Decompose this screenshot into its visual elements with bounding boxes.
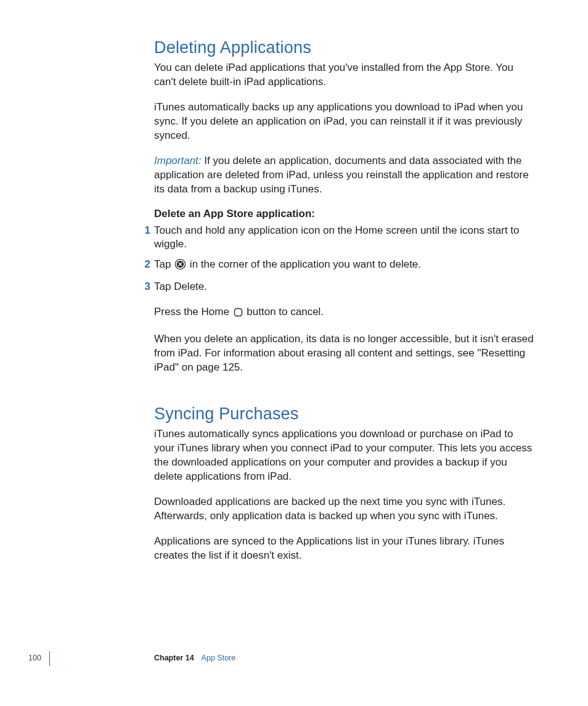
- important-label: Important:: [154, 155, 202, 166]
- steps-list: 1 Touch and hold any application icon on…: [154, 224, 536, 295]
- important-text: If you delete an application, documents …: [154, 155, 529, 195]
- chapter-label: Chapter 14: [154, 654, 194, 662]
- page-content: Deleting Applications You can delete iPa…: [154, 38, 536, 563]
- chapter-title: App Store: [202, 654, 236, 662]
- heading-syncing-purchases: Syncing Purchases: [154, 404, 536, 424]
- body-paragraph: iTunes automatically backs up any applic…: [154, 101, 536, 143]
- body-paragraph: Downloaded applications are backed up th…: [154, 495, 536, 523]
- heading-deleting-applications: Deleting Applications: [154, 38, 536, 57]
- step-text: Tap Delete.: [154, 281, 207, 292]
- step-text: Tap: [154, 258, 174, 270]
- svg-rect-2: [234, 309, 242, 316]
- body-paragraph: When you delete an application, its data…: [154, 332, 536, 375]
- body-paragraph: iTunes automatically syncs applications …: [154, 427, 536, 484]
- step-number: 1: [139, 224, 150, 238]
- delete-x-icon: [175, 259, 186, 274]
- important-note: Important: If you delete an application,…: [154, 154, 536, 197]
- page-footer: 100 Chapter 14App Store: [0, 654, 588, 672]
- step-item: 3 Tap Delete.: [154, 280, 536, 294]
- step-text: Touch and hold any application icon on t…: [154, 224, 520, 250]
- step-item: 2 Tap in the corner of the application y…: [154, 258, 536, 274]
- chapter-info: Chapter 14App Store: [154, 654, 235, 662]
- step-text: in the corner of the application you wan…: [187, 258, 421, 270]
- body-text: Press the Home: [154, 306, 232, 318]
- sub-heading-delete-app: Delete an App Store application:: [154, 208, 536, 220]
- page-number: 100: [28, 654, 41, 662]
- body-paragraph: Applications are synced to the Applicati…: [154, 535, 536, 563]
- home-button-icon: [234, 307, 243, 321]
- body-text: button to cancel.: [244, 306, 324, 318]
- step-number: 2: [139, 258, 150, 272]
- body-paragraph: Press the Home button to cancel.: [154, 305, 536, 321]
- footer-divider: [49, 651, 50, 666]
- step-number: 3: [139, 280, 150, 294]
- body-paragraph: You can delete iPad applications that yo…: [154, 61, 536, 89]
- step-item: 1 Touch and hold any application icon on…: [154, 224, 536, 252]
